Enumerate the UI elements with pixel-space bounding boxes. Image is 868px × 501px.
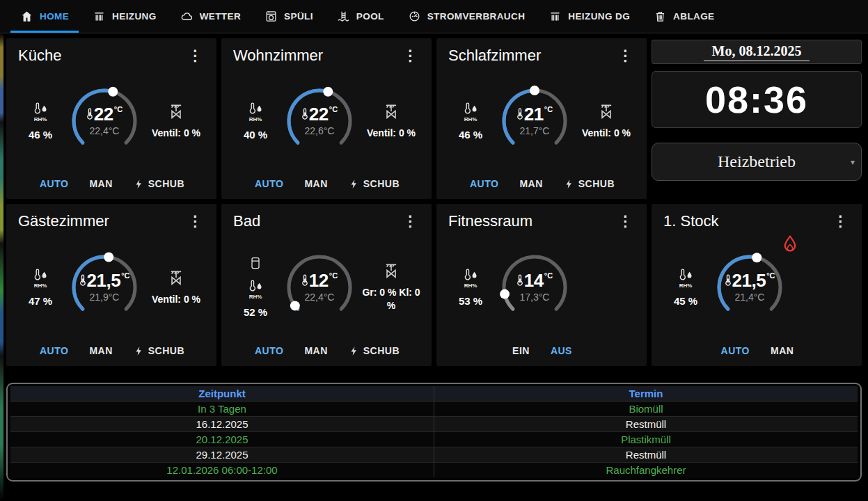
table-row: 20.12.2025 Plastikmüll (10, 432, 858, 447)
thermostat-gauge[interactable]: 22 °C 22,6°C (278, 80, 361, 162)
current-temperature: 22,4°C (90, 125, 120, 136)
auto-button[interactable]: AUTO (40, 345, 68, 356)
tab-home[interactable]: HOME (8, 0, 81, 33)
tab-ablage[interactable]: ABLAGE (642, 0, 726, 33)
thermostat-gauge[interactable]: 21,5 °C 21,9°C (63, 246, 145, 328)
humidity-icon (462, 101, 479, 116)
tab-heizung[interactable]: HEIZUNG (81, 0, 168, 33)
rh-caption: RH% (249, 116, 262, 122)
man-button[interactable]: MAN (304, 345, 327, 356)
setpoint-value: 21 (524, 105, 544, 123)
cloud-icon (180, 10, 194, 23)
aus-button[interactable]: AUS (551, 345, 572, 356)
schub-button[interactable]: SCHUB (349, 178, 400, 189)
humidity-icon (677, 267, 694, 282)
tab-wetter[interactable]: WETTER (168, 0, 253, 33)
setpoint-value: 22 (94, 105, 113, 123)
auto-button[interactable]: AUTO (470, 178, 498, 189)
man-button[interactable]: MAN (89, 345, 112, 356)
auto-button[interactable]: AUTO (255, 178, 283, 189)
schub-button[interactable]: SCHUB (564, 178, 615, 189)
kebab-menu-icon[interactable]: ⋮ (615, 212, 636, 230)
chevron-down-icon: ▾ (851, 157, 855, 167)
valve-label: Ventil: 0 % (152, 127, 200, 140)
schub-button[interactable]: SCHUB (349, 345, 400, 356)
thermometer-icon (516, 107, 523, 121)
tab-label: HEIZUNG DG (568, 11, 630, 22)
rh-caption: RH% (464, 283, 478, 289)
auto-button[interactable]: AUTO (255, 345, 283, 356)
cell-zeitpunkt: 20.12.2025 (10, 432, 434, 447)
tab-label: POOL (356, 11, 384, 22)
auto-button[interactable]: AUTO (40, 178, 68, 189)
thermostat-gauge[interactable]: 21,5 °C 21,4°C (709, 246, 791, 328)
thermometer-icon (86, 107, 93, 121)
setpoint-value: 21,5 (732, 271, 766, 289)
current-temperature: 17,3°C (520, 292, 550, 303)
kebab-menu-icon[interactable]: ⋮ (830, 212, 851, 230)
room-card-bad: Bad ⋮ RH% 52 % 12 °C 22,4°C (221, 204, 432, 366)
man-button[interactable]: MAN (89, 178, 112, 189)
tab-heizung-dg[interactable]: HEIZUNG DG (537, 0, 642, 33)
flash-icon (349, 346, 359, 356)
thermostat-gauge[interactable]: 21 °C 21,7°C (494, 80, 576, 162)
cell-termin: Restmüll (434, 417, 858, 432)
room-title: Gästezimmer (18, 212, 109, 230)
valve-icon (382, 262, 400, 280)
kebab-menu-icon[interactable]: ⋮ (184, 212, 206, 230)
man-button[interactable]: MAN (304, 178, 327, 189)
power-meter-icon (408, 10, 421, 23)
room-card-schlafzimmer: Schlafzimmer ⋮ RH% 46 % 21 °C 21,7°C (436, 38, 647, 199)
kebab-menu-icon[interactable]: ⋮ (615, 47, 636, 64)
thermostat-gauge[interactable]: 14 °C 17,3°C (494, 246, 576, 328)
humidity-value: 52 % (244, 306, 267, 318)
valve-block: Gr: 0 % Kl: 0 % (361, 262, 421, 312)
thermometer-icon (301, 107, 308, 121)
thermostat-gauge[interactable]: 22 °C 22,4°C (63, 80, 145, 162)
setpoint-unit: °C (544, 105, 553, 113)
humidity-value: 40 % (244, 129, 267, 141)
valve-icon (597, 102, 615, 120)
column-header-termin: Termin (434, 386, 858, 401)
setpoint-value: 14 (524, 271, 544, 289)
tab-pool[interactable]: POOL (325, 0, 396, 33)
flash-icon (349, 179, 359, 189)
humidity-block: RH% 52 % (233, 256, 278, 318)
humidity-value: 46 % (29, 129, 52, 141)
top-navigation: HOME HEIZUNG WETTER SPÜLI POOL STROMVERB… (0, 0, 868, 33)
ein-button[interactable]: EIN (512, 345, 530, 356)
table-row: 12.01.2026 06:00-12:00 Rauchfangkehrer (10, 463, 858, 478)
flash-icon (134, 346, 144, 356)
room-title: 1. Stock (663, 212, 718, 230)
cell-termin: Biomüll (434, 401, 858, 417)
time-text: 08:36 (705, 78, 808, 121)
thermostat-gauge[interactable]: 12 °C 22,4°C (278, 246, 361, 328)
valve-label: Gr: 0 % Kl: 0 % (361, 286, 421, 312)
man-button[interactable]: MAN (771, 345, 794, 356)
humidity-icon (462, 267, 479, 282)
room-title: Küche (18, 47, 61, 65)
valve-block: Ventil: 0 % (146, 269, 206, 306)
schub-button[interactable]: SCHUB (134, 345, 184, 356)
thermometer-icon (301, 273, 308, 287)
tab-stromverbrauch[interactable]: STROMVERBRAUCH (396, 0, 537, 33)
kebab-menu-icon[interactable]: ⋮ (400, 47, 421, 64)
kebab-menu-icon[interactable]: ⋮ (400, 212, 421, 230)
rh-caption: RH% (679, 283, 693, 289)
pool-ladder-icon (337, 10, 350, 23)
auto-button[interactable]: AUTO (721, 345, 750, 356)
current-temperature: 21,9°C (90, 292, 120, 303)
heating-mode-select[interactable]: Heizbetrieb ▾ (652, 143, 862, 181)
man-button[interactable]: MAN (519, 178, 542, 189)
kebab-menu-icon[interactable]: ⋮ (184, 47, 206, 64)
clock-display: 08:36 (652, 71, 862, 128)
humidity-value: 45 % (674, 295, 697, 307)
radiator-icon (549, 10, 562, 23)
tab-spueli[interactable]: SPÜLI (253, 0, 325, 33)
schub-button[interactable]: SCHUB (134, 178, 184, 189)
room-card-fitnessraum: Fitnessraum ⋮ RH% 53 % 14 °C 17,3°C (436, 204, 647, 366)
valve-icon (167, 269, 185, 287)
cell-zeitpunkt: In 3 Tagen (10, 401, 434, 417)
date-display: Mo, 08.12.2025 (652, 40, 862, 64)
appointments-panel: Zeitpunkt Termin In 3 Tagen Biomüll 16.1… (6, 383, 862, 482)
